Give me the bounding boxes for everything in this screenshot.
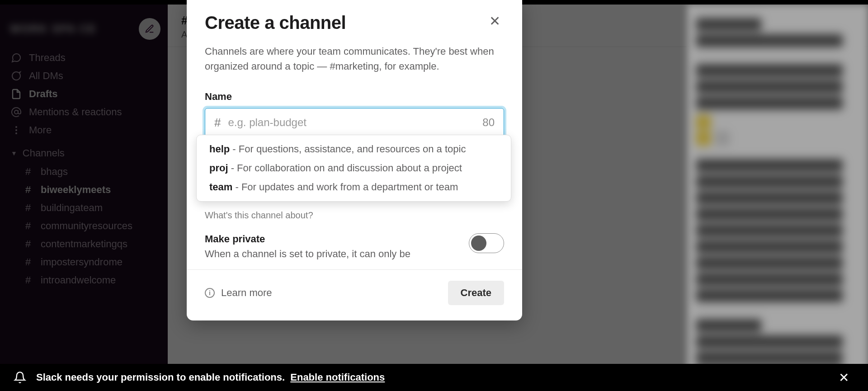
modal-description: Channels are where your team communicate… (205, 44, 504, 74)
notification-text: Slack needs your permission to enable no… (36, 372, 385, 383)
learn-more-link[interactable]: i Learn more (205, 287, 272, 299)
modal-close-button[interactable]: ✕ (486, 13, 504, 30)
make-private-description: When a channel is set to private, it can… (205, 247, 410, 261)
name-suggestions-dropdown: help - For questions, assistance, and re… (196, 135, 511, 202)
make-private-row: Make private When a channel is set to pr… (205, 233, 504, 261)
bell-icon (14, 371, 26, 384)
suggestion-desc: - For collaboration on and discussion ab… (228, 162, 462, 174)
name-input-wrapper[interactable]: # 80 (205, 108, 504, 137)
enable-notifications-link[interactable]: Enable notifications (290, 372, 385, 383)
make-private-title: Make private (205, 233, 410, 245)
learn-more-label: Learn more (221, 287, 272, 299)
close-icon: ✕ (839, 371, 849, 385)
about-hint: What's this channel about? (205, 210, 504, 221)
suggestion-prefix: help (209, 143, 230, 155)
info-icon: i (205, 288, 215, 298)
close-icon: ✕ (489, 14, 500, 28)
suggestion-prefix: proj (209, 162, 228, 174)
suggestion-item[interactable]: help - For questions, assistance, and re… (197, 140, 511, 159)
name-char-counter: 80 (482, 116, 495, 129)
suggestion-prefix: team (209, 181, 232, 193)
suggestion-item[interactable]: proj - For collaboration on and discussi… (197, 159, 511, 178)
hash-icon: # (214, 116, 221, 130)
make-private-toggle[interactable] (469, 233, 504, 253)
toggle-knob (471, 236, 486, 251)
suggestion-desc: - For updates and work from a department… (232, 181, 458, 193)
suggestion-desc: - For questions, assistance, and resourc… (230, 143, 466, 155)
create-button[interactable]: Create (448, 281, 504, 305)
divider (187, 269, 522, 270)
notification-bar: Slack needs your permission to enable no… (0, 364, 868, 391)
modal-title: Create a channel (205, 13, 346, 33)
notification-close-button[interactable]: ✕ (833, 368, 854, 387)
name-field-label: Name (205, 91, 504, 103)
channel-name-input[interactable] (228, 116, 482, 129)
suggestion-item[interactable]: team - For updates and work from a depar… (197, 178, 511, 197)
